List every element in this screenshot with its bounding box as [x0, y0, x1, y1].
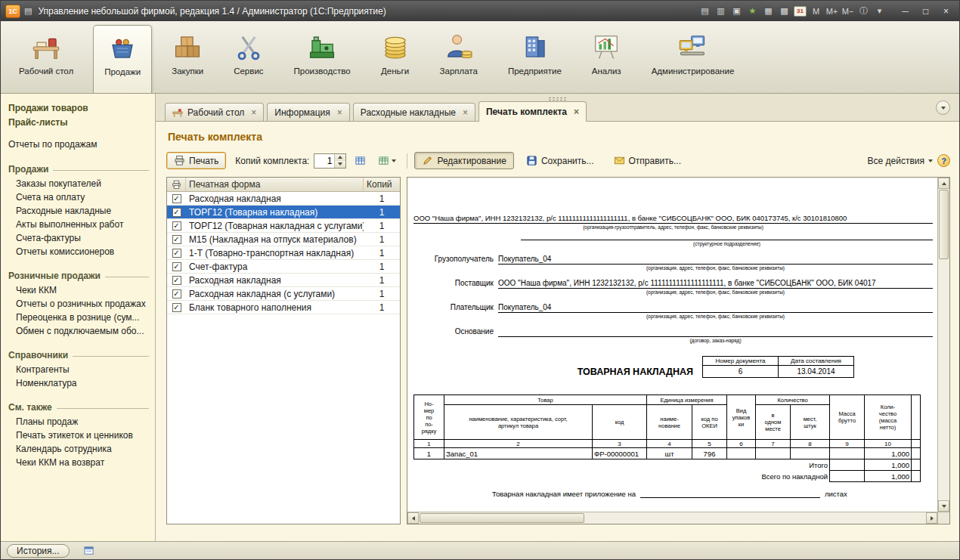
save-button[interactable]: Сохранить... [519, 152, 602, 169]
print-form-row[interactable]: ✓Счет-фактура1 [167, 260, 400, 274]
ribbon-section-sales[interactable]: Продажи [93, 25, 152, 93]
maximize-button[interactable]: □ [915, 4, 936, 19]
sidebar-item[interactable]: Акты выполненных работ [8, 218, 150, 231]
checkbox-icon[interactable]: ✓ [172, 276, 181, 285]
sidebar-item[interactable]: Чеки ККМ [8, 283, 150, 297]
copies-column-header[interactable]: Копий [364, 178, 400, 191]
print-form-row[interactable]: ✓Расходная накладная (с услугами)1 [167, 287, 400, 301]
print-form-row[interactable]: ✓1-Т (Товарно-транспортная накладная)1 [167, 246, 400, 260]
sidebar-item[interactable]: Счета-фактуры [8, 231, 150, 245]
sidebar-item[interactable]: Чеки ККМ на возврат [8, 456, 150, 469]
vertical-scroll-track[interactable] [938, 260, 949, 500]
tab-invoices[interactable]: Расходные накладные× [353, 103, 475, 121]
ribbon-section-desktop[interactable]: Рабочий стол [8, 25, 84, 93]
close-button[interactable]: × [936, 4, 956, 19]
sidebar-item[interactable]: Календарь сотрудника [8, 442, 150, 456]
tab-desktop[interactable]: Рабочий стол× [165, 103, 264, 121]
memory-minus-button[interactable]: M− [841, 5, 854, 18]
tab-close-icon[interactable]: × [337, 107, 342, 118]
sidebar-item[interactable]: Отчеты комиссионеров [8, 245, 150, 258]
history-button[interactable]: История... [7, 544, 70, 558]
all-actions-button[interactable]: Все действия [868, 156, 933, 166]
sidebar-featured-link[interactable]: Продажи товаров [8, 101, 150, 116]
checkbox-icon[interactable]: ✓ [172, 208, 181, 217]
clipboard-icon[interactable]: ▦ [762, 5, 775, 18]
ribbon-section-salary[interactable]: Зарплата [429, 25, 488, 93]
sidebar-item[interactable]: Переоценка в рознице (сум... [8, 311, 150, 324]
sidebar-item[interactable]: Расходные накладные [8, 204, 150, 218]
copies-input[interactable] [314, 154, 334, 168]
tab-close-icon[interactable]: × [251, 107, 256, 118]
tab-print-set[interactable]: Печать комплекта× [478, 101, 587, 122]
sidebar-item[interactable]: Планы продаж [8, 415, 150, 429]
minimize-button[interactable]: ─ [895, 4, 915, 19]
checkbox-icon[interactable]: ✓ [172, 289, 181, 299]
horizontal-scrollbar[interactable] [407, 512, 937, 524]
spin-up-button[interactable] [335, 154, 345, 161]
form-column-header[interactable]: Печатная форма [186, 178, 364, 191]
element: 1 2 3 4 5 6 7 8 9 10 [414, 440, 921, 448]
table-view-menu-button[interactable] [374, 153, 400, 169]
scroll-left-button[interactable] [407, 512, 419, 524]
memory-plus-button[interactable]: M+ [825, 5, 838, 18]
help-button[interactable]: ? [937, 154, 950, 167]
link-icon[interactable]: ▣ [730, 5, 743, 18]
sidebar-item[interactable]: Контрагенты [8, 363, 150, 376]
checkbox-icon[interactable]: ✓ [172, 249, 181, 258]
calendar-icon[interactable]: 31 [794, 6, 807, 17]
print-form-row[interactable]: ✓М15 (Накладная на отпуск материалов)1 [167, 233, 400, 246]
checkbox-icon[interactable]: ✓ [172, 194, 181, 203]
checkbox-icon[interactable]: ✓ [172, 262, 181, 271]
horizontal-scroll-track[interactable] [585, 512, 926, 524]
document-number-table: Номер документа Дата составления 6 13.04… [702, 356, 854, 378]
vertical-scroll-thumb[interactable] [939, 190, 949, 259]
checkbox-icon[interactable]: ✓ [172, 221, 181, 230]
ribbon-section-administration[interactable]: Администрирование [641, 25, 745, 93]
print-form-row[interactable]: ✓ТОРГ12 (Товарная накладная)1 [167, 206, 400, 219]
print-form-row[interactable]: ✓Бланк товарного наполнения1 [167, 301, 400, 314]
print-column-header[interactable] [167, 178, 186, 191]
tab-information[interactable]: Информация× [267, 103, 350, 121]
fix-table-button[interactable] [351, 153, 370, 169]
spin-down-button[interactable] [335, 161, 345, 168]
service-menu-icon[interactable]: ▾ [873, 5, 886, 18]
save-all-icon[interactable]: ▤ [698, 5, 711, 18]
vertical-scrollbar[interactable] [937, 178, 949, 512]
tab-close-icon[interactable]: × [574, 107, 579, 117]
print-form-row[interactable]: ✓Расходная накладная1 [167, 192, 400, 206]
service-window-icon[interactable] [83, 545, 94, 556]
scroll-up-button[interactable] [938, 178, 949, 189]
print-form-row[interactable]: ✓ТОРГ12 (Товарная накладная с услугами)1 [167, 219, 400, 233]
scroll-right-button[interactable] [926, 512, 937, 524]
open-file-icon[interactable]: ▥ [714, 5, 727, 18]
tab-list-button[interactable] [936, 101, 950, 115]
checkbox-icon[interactable]: ✓ [172, 235, 181, 244]
ribbon-section-purchases[interactable]: Закупки [161, 25, 214, 93]
horizontal-scroll-thumb[interactable] [420, 513, 584, 523]
sidebar-reports-link[interactable]: Отчеты по продажам [8, 138, 150, 152]
memory-recall-button[interactable]: M [810, 5, 822, 18]
info-icon[interactable]: ⓘ [857, 5, 870, 18]
ribbon-section-money[interactable]: Деньги [370, 25, 420, 93]
print-form-row[interactable]: ✓Расходная накладная1 [167, 274, 400, 287]
sidebar-featured-link[interactable]: Прайс-листы [8, 116, 150, 130]
sidebar-item[interactable]: Счета на оплату [8, 190, 150, 204]
scroll-down-button[interactable] [938, 500, 949, 512]
window-buttons: ─ □ × [895, 4, 956, 19]
ribbon-section-production[interactable]: Производство [283, 25, 361, 93]
ribbon-section-enterprise[interactable]: Предприятие [497, 25, 572, 93]
calculator-icon[interactable]: ▩ [778, 5, 791, 18]
edit-toggle-button[interactable]: Редактирование [414, 152, 513, 169]
sidebar-item[interactable]: Печать этикеток и ценников [8, 429, 150, 442]
tab-close-icon[interactable]: × [463, 107, 468, 118]
ribbon-section-service[interactable]: Сервис [223, 25, 274, 93]
favorites-star-icon[interactable]: ★ [746, 5, 759, 18]
sidebar-item[interactable]: Номенклатура [8, 376, 150, 390]
send-button[interactable]: Отправить... [606, 152, 689, 169]
print-button[interactable]: Печать [166, 152, 226, 169]
sidebar-item[interactable]: Заказы покупателей [8, 177, 150, 190]
checkbox-icon[interactable]: ✓ [172, 303, 181, 312]
sidebar-item[interactable]: Отчеты о розничных продажах [8, 297, 150, 311]
ribbon-section-analysis[interactable]: Анализ [581, 25, 632, 93]
sidebar-item[interactable]: Обмен с подключаемым обо... [8, 324, 150, 338]
